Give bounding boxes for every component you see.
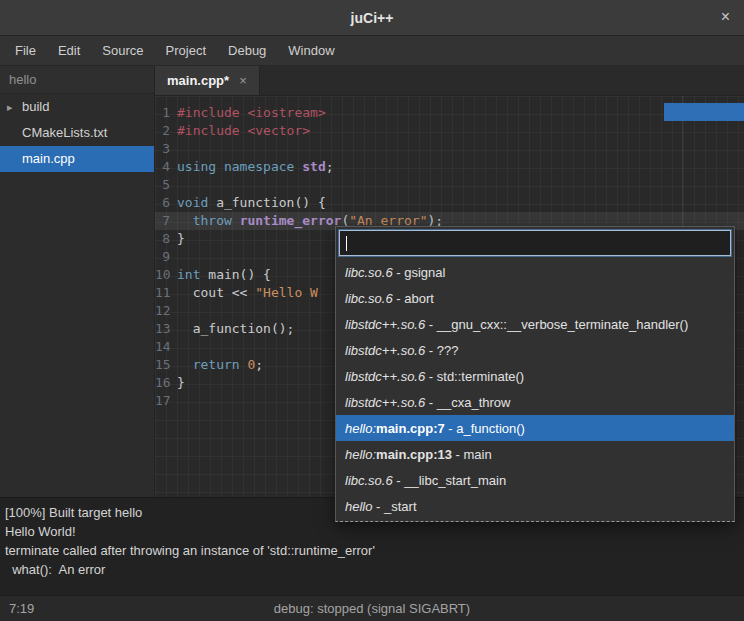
backtrace-symbol: - __cxa_throw <box>425 395 510 410</box>
backtrace-lib: libstdc++.so.6 <box>345 395 425 410</box>
backtrace-item-0[interactable]: libc.so.6 - gsignal <box>336 259 734 285</box>
tab-bar: main.cpp* × <box>155 66 744 96</box>
backtrace-symbol: - ??? <box>425 343 458 358</box>
line-number: 4 <box>155 158 177 176</box>
line-number: 15 <box>155 356 177 374</box>
backtrace-item-1[interactable]: libc.so.6 - abort <box>336 285 734 311</box>
popup-search-input[interactable] <box>339 230 731 256</box>
code-line-3: 3 <box>155 140 744 158</box>
line-number: 2 <box>155 122 177 140</box>
tree-item-label: CMakeLists.txt <box>22 125 107 140</box>
code-line-text: a_function(); <box>177 320 294 338</box>
menu-item-debug[interactable]: Debug <box>217 36 277 66</box>
backtrace-lib: hello: <box>345 421 376 436</box>
backtrace-item-8[interactable]: libc.so.6 - __libc_start_main <box>336 467 734 493</box>
tab-close-icon[interactable]: × <box>239 73 247 88</box>
backtrace-lib: hello: <box>345 447 376 462</box>
menu-item-window[interactable]: Window <box>277 36 345 66</box>
line-number: 1 <box>155 104 177 122</box>
backtrace-item-5[interactable]: libstdc++.so.6 - __cxa_throw <box>336 389 734 415</box>
line-number: 13 <box>155 320 177 338</box>
backtrace-item-6[interactable]: hello:main.cpp:7 - a_function() <box>336 415 734 441</box>
backtrace-symbol: - abort <box>393 291 434 306</box>
text-caret <box>346 236 347 251</box>
backtrace-symbol: - __libc_start_main <box>393 473 506 488</box>
backtrace-popup: libc.so.6 - gsignallibc.so.6 - abortlibs… <box>335 226 735 522</box>
code-line-text: #include <iostream> <box>177 104 326 122</box>
code-line-text: } <box>177 230 185 248</box>
backtrace-lib: hello <box>345 499 372 514</box>
tab-label: main.cpp* <box>167 73 229 88</box>
backtrace-location: main.cpp:13 <box>376 447 452 462</box>
backtrace-location: main.cpp:7 <box>376 421 445 436</box>
chevron-right-icon[interactable]: ▸ <box>7 94 13 120</box>
line-number: 14 <box>155 338 177 356</box>
code-line-5: 5 <box>155 176 744 194</box>
sidebar-item-main-cpp[interactable]: main.cpp <box>0 146 154 172</box>
backtrace-symbol: - a_function() <box>445 421 525 436</box>
backtrace-symbol: - std::terminate() <box>425 369 524 384</box>
project-name-header: hello <box>0 66 154 94</box>
backtrace-item-9[interactable]: hello - _start <box>336 493 734 519</box>
backtrace-lib: libstdc++.so.6 <box>345 343 425 358</box>
backtrace-item-7[interactable]: hello:main.cpp:13 - main <box>336 441 734 467</box>
code-line-text: #include <vector> <box>177 122 310 140</box>
backtrace-symbol: - _start <box>372 499 416 514</box>
line-number: 5 <box>155 176 177 194</box>
line-number: 8 <box>155 230 177 248</box>
menu-item-project[interactable]: Project <box>155 36 217 66</box>
code-line-text: } <box>177 374 185 392</box>
backtrace-symbol: - gsignal <box>393 265 446 280</box>
code-line-text: return 0; <box>177 356 263 374</box>
tree-item-label: main.cpp <box>22 151 75 166</box>
window-title: juCi++ <box>351 10 394 26</box>
tree-item-label: build <box>22 99 49 114</box>
output-line-3: what(): An error <box>5 560 739 579</box>
cursor-position: 7:19 <box>0 601 34 616</box>
backtrace-lib: libc.so.6 <box>345 265 393 280</box>
line-number: 11 <box>155 284 177 302</box>
line-number: 7 <box>155 212 177 230</box>
scrollbar-thumb[interactable] <box>664 103 744 121</box>
line-number: 6 <box>155 194 177 212</box>
popup-search-wrap <box>336 227 734 259</box>
output-line-1: Hello World! <box>5 522 739 541</box>
tab-main-cpp[interactable]: main.cpp* × <box>155 66 260 95</box>
code-line-text: void a_function() { <box>177 194 326 212</box>
backtrace-item-4[interactable]: libstdc++.so.6 - std::terminate() <box>336 363 734 389</box>
line-number: 9 <box>155 248 177 266</box>
sidebar-item-cmakelists-txt[interactable]: CMakeLists.txt <box>0 120 154 146</box>
menu-bar: FileEditSourceProjectDebugWindow <box>0 36 744 66</box>
line-number: 10 <box>155 266 177 284</box>
backtrace-symbol: - main <box>452 447 492 462</box>
code-line-2: 2#include <vector> <box>155 122 744 140</box>
backtrace-symbol: - __gnu_cxx::__verbose_terminate_handler… <box>425 317 688 332</box>
sidebar: hello ▸buildCMakeLists.txtmain.cpp <box>0 66 155 497</box>
backtrace-list: libc.so.6 - gsignallibc.so.6 - abortlibs… <box>336 259 734 521</box>
backtrace-lib: libc.so.6 <box>345 473 393 488</box>
line-number: 17 <box>155 392 177 410</box>
code-line-text: int main() { <box>177 266 271 284</box>
line-number: 16 <box>155 374 177 392</box>
backtrace-item-2[interactable]: libstdc++.so.6 - __gnu_cxx::__verbose_te… <box>336 311 734 337</box>
line-number: 3 <box>155 140 177 158</box>
sidebar-item-build[interactable]: ▸build <box>0 94 154 120</box>
code-line-4: 4using namespace std; <box>155 158 744 176</box>
menu-item-source[interactable]: Source <box>91 36 154 66</box>
menu-item-file[interactable]: File <box>4 36 47 66</box>
code-line-1: 1#include <iostream> <box>155 104 744 122</box>
output-line-2: terminate called after throwing an insta… <box>5 541 739 560</box>
backtrace-lib: libstdc++.so.6 <box>345 369 425 384</box>
title-bar[interactable]: juCi++ × <box>0 0 744 36</box>
backtrace-lib: libc.so.6 <box>345 291 393 306</box>
backtrace-lib: libstdc++.so.6 <box>345 317 425 332</box>
debug-status: debug: stopped (signal SIGABRT) <box>0 601 744 616</box>
code-line-6: 6void a_function() { <box>155 194 744 212</box>
juci-window: juCi++ × FileEditSourceProjectDebugWindo… <box>0 0 744 621</box>
backtrace-item-3[interactable]: libstdc++.so.6 - ??? <box>336 337 734 363</box>
code-line-text: using namespace std; <box>177 158 334 176</box>
window-close-icon[interactable]: × <box>721 8 730 26</box>
file-tree: ▸buildCMakeLists.txtmain.cpp <box>0 94 154 172</box>
menu-item-edit[interactable]: Edit <box>47 36 91 66</box>
line-number: 12 <box>155 302 177 320</box>
